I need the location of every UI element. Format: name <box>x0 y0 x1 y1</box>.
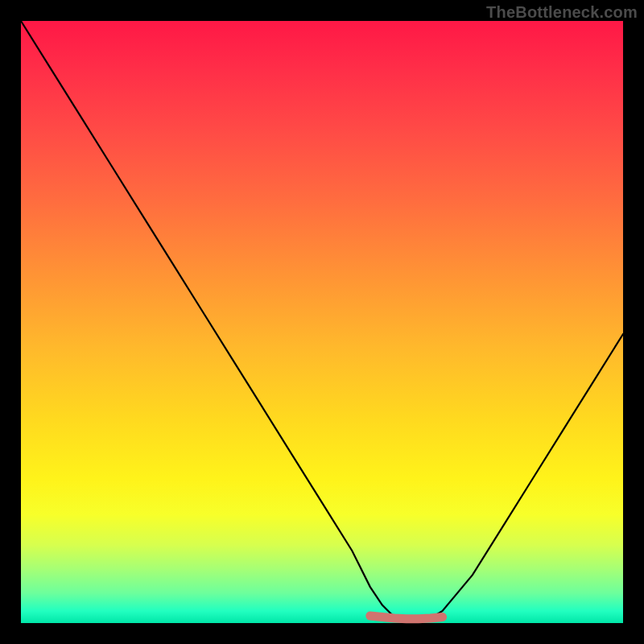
curve-svg <box>21 21 623 623</box>
chart-frame: TheBottleneck.com <box>0 0 644 644</box>
bottleneck-curve-path <box>21 21 623 620</box>
watermark-text: TheBottleneck.com <box>486 3 638 22</box>
optimal-flat-segment-path <box>370 616 443 619</box>
plot-area <box>21 21 623 623</box>
